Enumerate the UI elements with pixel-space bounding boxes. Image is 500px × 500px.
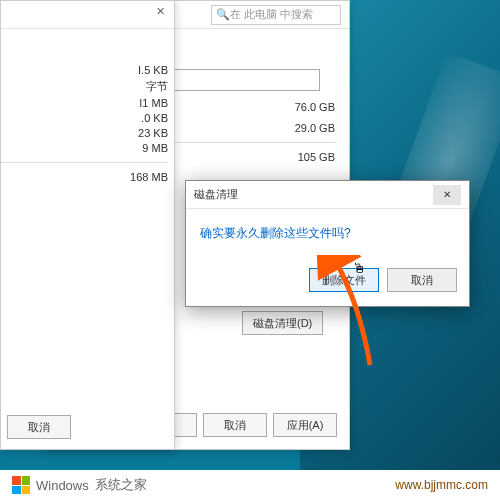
dialog-titlebar: 磁盘清理 ✕ <box>186 181 469 209</box>
close-icon: ✕ <box>156 5 165 18</box>
search-icon: 🔍 <box>216 8 230 21</box>
watermark-suffix: 系统之家 <box>95 476 147 494</box>
disk-cleanup-button[interactable]: 磁盘清理(D) <box>242 311 323 335</box>
size-item: I.5 KB <box>1 64 168 76</box>
size-list-window: ✕ I.5 KB 字节 I1 MB .0 KB 23 KB 9 MB 168 M… <box>0 0 175 450</box>
windows-logo: Windows 系统之家 <box>12 476 147 494</box>
divider <box>1 162 168 163</box>
dialog-message: 确实要永久删除这些文件吗? <box>186 209 469 258</box>
confirm-dialog: 磁盘清理 ✕ 确实要永久删除这些文件吗? 删除文件 取消 <box>185 180 470 307</box>
front-titlebar: ✕ <box>1 1 174 29</box>
dialog-button-row: 删除文件 取消 <box>186 258 469 306</box>
dialog-cancel-button[interactable]: 取消 <box>387 268 457 292</box>
size-item: .0 KB <box>1 112 168 124</box>
dialog-title-text: 磁盘清理 <box>194 187 238 202</box>
watermark-bar: Windows 系统之家 www.bjjmmc.com <box>0 470 500 500</box>
delete-files-button[interactable]: 删除文件 <box>309 268 379 292</box>
size-item: 字节 <box>1 79 168 94</box>
close-icon: ✕ <box>443 189 451 200</box>
windows-icon <box>12 476 30 494</box>
watermark-brand: Windows <box>36 478 89 493</box>
size-item: I1 MB <box>1 97 168 109</box>
size-list: I.5 KB 字节 I1 MB .0 KB 23 KB 9 MB 168 MB <box>1 29 174 196</box>
size-total: 168 MB <box>1 171 168 183</box>
watermark-url: www.bjjmmc.com <box>395 478 488 492</box>
close-button[interactable]: ✕ <box>152 3 168 19</box>
size-item: 23 KB <box>1 127 168 139</box>
size-item: 9 MB <box>1 142 168 154</box>
cancel-button[interactable]: 取消 <box>203 413 267 437</box>
front-cancel-button[interactable]: 取消 <box>7 415 71 439</box>
apply-button[interactable]: 应用(A) <box>273 413 337 437</box>
dialog-close-button[interactable]: ✕ <box>433 185 461 205</box>
search-placeholder: 在 此电脑 中搜索 <box>230 7 313 22</box>
search-input[interactable]: 🔍 在 此电脑 中搜索 <box>211 5 341 25</box>
